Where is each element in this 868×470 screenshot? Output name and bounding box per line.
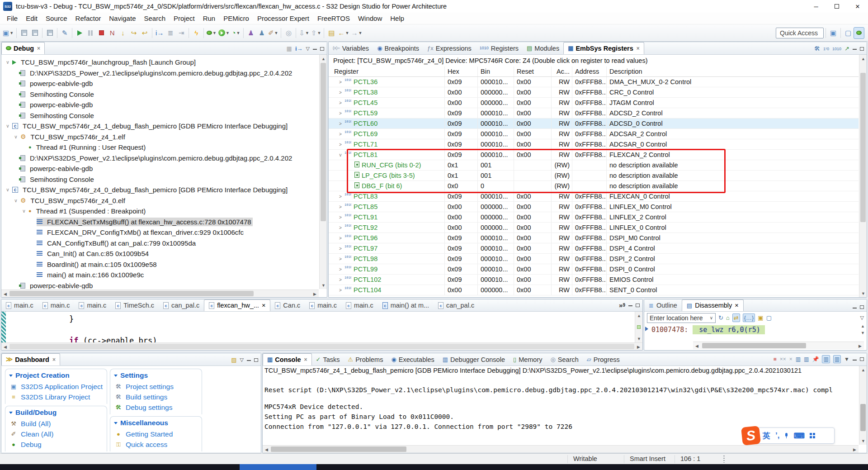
row-chevron-icon[interactable]: > [338,100,343,105]
home-icon[interactable]: ⌂ [726,314,730,321]
forward-button[interactable]: →▼ [350,27,363,39]
row-chevron-icon[interactable]: > [338,225,343,230]
microphone-icon[interactable] [784,433,788,439]
restore-button[interactable] [826,0,847,13]
debug-tree-item[interactable]: powerpc-eabivle-gdb [1,280,319,290]
row-chevron-icon[interactable]: > [338,204,343,209]
close-icon[interactable]: × [37,45,40,52]
register-row[interactable]: >1010 0101PCTL600x09000010...0x00RW0xFFF… [329,119,859,129]
row-chevron-icon[interactable]: > [338,80,343,85]
tree-chevron-icon[interactable]: v [13,134,19,139]
link-arrows-icon[interactable]: ⇄ [732,313,740,322]
close-icon[interactable]: × [52,356,56,363]
registers-vertical-scrollbar[interactable]: ▲ ▼ [859,55,867,297]
row-chevron-icon[interactable]: > [338,236,343,241]
disassembly-line[interactable]: 01007478: se_lwz r6,0(r5) [644,325,765,335]
tab-debug[interactable]: Debug × [1,42,45,54]
quick-access-button[interactable]: Quick Access [776,28,824,38]
tree-chevron-icon[interactable]: v [21,209,27,214]
section-title[interactable]: Build/Debug [9,408,103,417]
debug-tree-item[interactable]: CAN_ConfigTxBuff() at can_pal.c:799 0x10… [1,238,319,249]
register-row[interactable]: >1010 0101PCTL1020x09000010...0x00RW0xFF… [329,275,859,285]
debug-tree-item[interactable]: BoardInit() at main.c:105 0x1009e58 [1,259,319,270]
column-header-desc[interactable]: Description [607,66,859,76]
tree-chevron-icon[interactable]: v [5,123,10,128]
run-to-line-button[interactable]: i→ [154,27,165,39]
next-annotation-button[interactable]: ⇧▼ [310,27,322,39]
tab-memory[interactable]: ▯Memory [509,353,547,366]
tab-search[interactable]: ◎Search [547,353,583,366]
debug-tree-item[interactable]: v⚙TCU_BSW_mpc5746r_z4_0.elf [1,195,319,206]
row-chevron-icon[interactable]: > [338,142,343,147]
use-step-filters-button[interactable]: ≣ [165,27,176,39]
debug-tree-item[interactable]: vTCU_BSW_mpc5746r_launchgroup_flash [Lau… [1,57,319,68]
register-row[interactable]: >1010 0101PCTL360x09000010...0x00RW0xFFF… [329,77,859,87]
minimize-view-icon[interactable] [853,307,857,309]
register-row[interactable]: >1010 0101PCTL910x00000000...0x00RW0xFFF… [329,212,859,223]
profile-button[interactable]: ◔▼ [231,27,241,39]
menu-refactor[interactable]: Refactor [71,13,105,24]
register-row[interactable]: >1010 0101PCTL690x09000010...0x00RW0xFFF… [329,129,859,139]
minimize-view-icon[interactable] [628,305,632,306]
menu-window[interactable]: Window [354,13,386,24]
minimize-view-icon[interactable] [247,360,251,361]
maximize-view-icon[interactable] [636,304,640,307]
keyboard-icon[interactable]: ⌨ [793,431,805,441]
ime-punctuation-toggle[interactable]: ’, [775,431,779,440]
tab-variables[interactable]: (x)=Variables [329,42,373,54]
binary-edit-icon[interactable]: 1¹0 [823,47,829,51]
register-row[interactable]: v1010 0101PCTL810x09000010...0x00RW0xFFF… [329,150,859,160]
debug-horizontal-scrollbar[interactable]: ◀ ▶ [1,290,319,297]
disassembly-vertical-scrollbar[interactable]: ▲ ▼ [859,324,867,335]
resume-button[interactable] [74,27,85,39]
register-row[interactable]: >1010 0101PCTL450x00000000...0x00RW0xFFF… [329,98,859,108]
debug-tree-item[interactable]: D:\NXP\S32DS_Power_v2.1\eclipse\plugins\… [1,153,319,164]
close-icon[interactable]: × [304,356,307,363]
menu-pemicro[interactable]: PEMicro [219,13,253,24]
tab-embsys-registers[interactable]: ▦EmbSys Registers× [563,42,644,54]
row-chevron-icon[interactable]: > [338,256,343,261]
dashboard-link-project-settings[interactable]: 🛠Project settings [115,381,198,392]
debug-tree-item[interactable]: Can_Init() at Can.c:85 0x1009b54 [1,248,319,259]
tree-chevron-icon[interactable]: v [5,187,10,192]
close-button[interactable]: ✕ [847,0,868,13]
focus-process-icon[interactable]: i→ [295,45,303,52]
debug-tree-item[interactable]: vcTCU_BSW_mpc5746r_z4_1_debug_flash_pemi… [1,121,319,132]
column-header-name[interactable]: Register [329,66,445,76]
dashboard-link-debug[interactable]: ●Debug [10,439,103,450]
debug-tree-item[interactable]: FLEXCAN_SetTxMsgBuff() at flexcan_hw_acc… [1,217,319,228]
view-menu-icon[interactable]: ▽ [860,315,864,321]
maximize-view-icon[interactable] [860,305,864,309]
editor-tab-main-c[interactable]: cmain.c [305,299,341,311]
pin-console-icon[interactable]: 📌 [812,356,819,362]
suspend-button[interactable] [85,27,96,39]
disassembly-horizontal-scrollbar[interactable]: ◀ ▶ [693,342,864,349]
refresh-icon[interactable]: ↻ [718,314,723,321]
debug-tree-item[interactable]: powerpc-eabivle-gdb [1,163,319,174]
save-binary-button[interactable] [44,27,55,39]
menu-help[interactable]: Help [386,13,408,24]
editor-horizontal-scrollbar[interactable]: ◀ ▶ [1,342,642,350]
menu-freertos[interactable]: FreeRTOS [313,13,354,24]
close-icon[interactable]: × [735,302,738,309]
close-icon[interactable]: × [637,45,640,52]
maximize-view-icon[interactable] [860,47,864,51]
row-chevron-icon[interactable]: > [338,194,343,199]
step-return-button[interactable]: ↩ [139,27,150,39]
row-chevron-icon[interactable]: > [338,277,343,282]
tree-chevron-icon[interactable]: v [5,60,10,65]
open-console-icon[interactable]: ▥ [796,356,801,362]
column-header-ac[interactable]: Ac... [552,66,572,76]
row-chevron-icon[interactable]: > [338,246,343,251]
column-header-bin[interactable]: Bin [478,66,514,76]
cpp-perspective-button[interactable]: ▢ [843,27,854,39]
debug-tree-item[interactable]: FLEXCAN_DRV_ConfigTxMb() at flexcan_driv… [1,227,319,238]
terminate-icon[interactable]: ■ [773,356,776,362]
debug-tree-item[interactable]: Semihosting Console [1,89,319,100]
editor-tab-main-c[interactable]: cmain.c [74,299,111,311]
show-source-icon[interactable]: {…} [743,313,755,322]
tools-icon[interactable]: 🛠 [814,45,820,52]
new-cpp-project-button[interactable]: ♟ [256,27,267,39]
location-combo[interactable]: Enter location here∨ [647,313,716,323]
debug-tree-item[interactable]: main() at main.c:166 0x1009e9c [1,270,319,280]
